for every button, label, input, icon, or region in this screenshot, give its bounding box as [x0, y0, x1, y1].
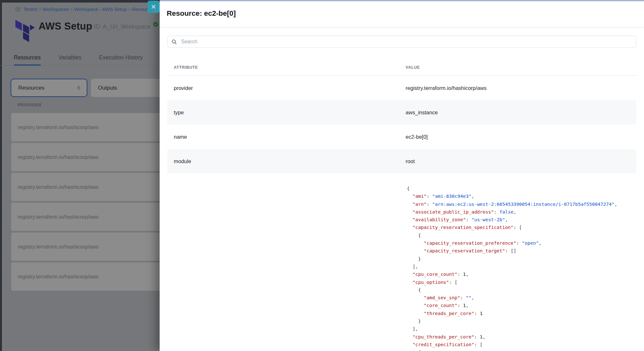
attribute-value: ec2-be[0]: [404, 125, 636, 149]
attribute-table: ATTRIBUTEVALUE providerregistry.terrafor…: [167, 48, 636, 351]
resource-drawer: Resource: ec2-be[0] ATTRIBUTEVALUE provi…: [160, 0, 644, 351]
attribute-value: root: [404, 149, 636, 173]
attribute-name: provider: [167, 76, 404, 101]
attribute-name: type: [167, 100, 404, 125]
close-icon: [151, 4, 156, 9]
column-header-value: VALUE: [404, 48, 636, 76]
attribute-value: aws_instance: [404, 100, 636, 125]
state-json: { "ami": "ami-830c94e3", "arn": "arn:aws…: [406, 174, 636, 351]
attribute-value: registry.terraform.io/hashicorp/aws: [404, 76, 636, 101]
state-json-row: { "ami": "ami-830c94e3", "arn": "arn:aws…: [167, 173, 636, 351]
attribute-row-module: moduleroot: [167, 149, 636, 173]
column-header-attribute: ATTRIBUTE: [167, 48, 404, 76]
drawer-top-accent: [160, 0, 644, 1]
attribute-row-provider: providerregistry.terraform.io/hashicorp/…: [167, 76, 636, 101]
search-box: [167, 36, 636, 48]
state-json-cell: { "ami": "ami-830c94e3", "arn": "arn:aws…: [404, 173, 636, 351]
search-input[interactable]: [181, 39, 632, 45]
attribute-name: name: [167, 125, 404, 149]
drawer-close-button[interactable]: [147, 1, 160, 13]
search-icon: [172, 39, 177, 45]
app-root: Testim > Workspaces > Workspace - AWS Se…: [0, 0, 644, 351]
modal-overlay[interactable]: [0, 0, 160, 351]
state-json-empty-cell: [167, 173, 404, 351]
drawer-title: Resource: ec2-be[0]: [167, 9, 236, 18]
attribute-row-type: typeaws_instance: [167, 100, 636, 125]
drawer-header: Resource: ec2-be[0]: [160, 0, 644, 27]
attribute-name: module: [167, 149, 404, 173]
attribute-row-name: nameec2-be[0]: [167, 125, 636, 149]
